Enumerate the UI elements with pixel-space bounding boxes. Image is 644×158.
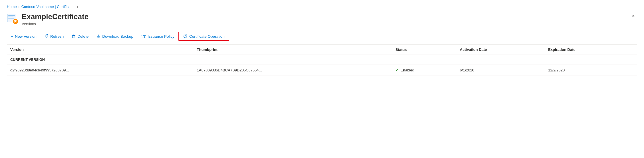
breadcrumb-sep-2: › (77, 5, 78, 9)
issuance-policy-button[interactable]: Issuance Policy (137, 33, 178, 40)
delete-button[interactable]: Delete (68, 33, 92, 40)
breadcrumb-sep-1: › (19, 5, 20, 9)
col-expiration-date: Expiration Date (548, 45, 637, 55)
svg-rect-6 (73, 36, 75, 38)
page-title: ExampleCertificate (22, 12, 88, 21)
certificate-icon (7, 13, 18, 24)
download-backup-button[interactable]: Download Backup (92, 33, 137, 40)
svg-point-15 (142, 35, 143, 36)
cell-activation-date: 6/1/2020 (460, 65, 548, 75)
cell-expiration-date: 12/2/2020 (548, 65, 637, 75)
breadcrumb-home[interactable]: Home (7, 5, 17, 9)
check-icon: ✓ (395, 68, 399, 72)
issuance-policy-icon (141, 34, 146, 38)
refresh-label: Refresh (50, 34, 64, 39)
delete-label: Delete (77, 34, 88, 39)
download-backup-label: Download Backup (102, 34, 133, 39)
col-status: Status (395, 45, 460, 55)
table-header-row: Version Thumbprint Status Activation Dat… (7, 45, 637, 55)
new-version-label: New Version (15, 34, 37, 39)
cell-thumbprint: 1A67809386D4BCA7B9D205C87554... (197, 65, 396, 75)
svg-rect-3 (8, 18, 14, 19)
title-text: ExampleCertificate Versions (22, 12, 88, 26)
issuance-policy-label: Issuance Policy (148, 34, 174, 39)
title-block: ExampleCertificate Versions (7, 12, 88, 26)
versions-table: Version Thumbprint Status Activation Dat… (7, 45, 637, 75)
breadcrumb-vaultname[interactable]: Contoso-Vaultname | Certificates (21, 5, 76, 9)
col-version: Version (7, 45, 197, 55)
delete-icon (72, 34, 76, 38)
close-button[interactable]: × (629, 12, 637, 20)
status-text: Enabled (401, 68, 414, 72)
svg-point-16 (144, 37, 145, 38)
breadcrumb: Home › Contoso-Vaultname | Certificates … (0, 0, 644, 11)
refresh-icon (45, 34, 49, 39)
col-activation-date: Activation Date (460, 45, 548, 55)
page-subtitle: Versions (22, 22, 88, 26)
cert-operation-icon (183, 34, 188, 39)
svg-rect-1 (8, 15, 15, 16)
new-version-button[interactable]: + New Version (7, 32, 41, 40)
table-container: Version Thumbprint Status Activation Dat… (0, 45, 644, 75)
refresh-button[interactable]: Refresh (41, 32, 68, 41)
col-thumbprint: Thumbprint (197, 45, 396, 55)
certificate-operation-label: Certificate Operation (189, 34, 225, 39)
header-row: ExampleCertificate Versions × (0, 11, 644, 26)
table-row[interactable]: d2f98920d8e04cb49f9957200709... 1A678093… (7, 65, 637, 75)
section-header-row: CURRENT VERSION (7, 55, 637, 65)
toolbar: + New Version Refresh Delete (0, 28, 644, 41)
cell-status: ✓ Enabled (395, 65, 460, 75)
section-header-label: CURRENT VERSION (7, 55, 637, 65)
plus-icon: + (11, 34, 13, 39)
svg-rect-2 (8, 17, 13, 17)
cell-version: d2f98920d8e04cb49f9957200709... (7, 65, 197, 75)
certificate-operation-button[interactable]: Certificate Operation (178, 32, 229, 41)
download-icon (96, 34, 100, 38)
